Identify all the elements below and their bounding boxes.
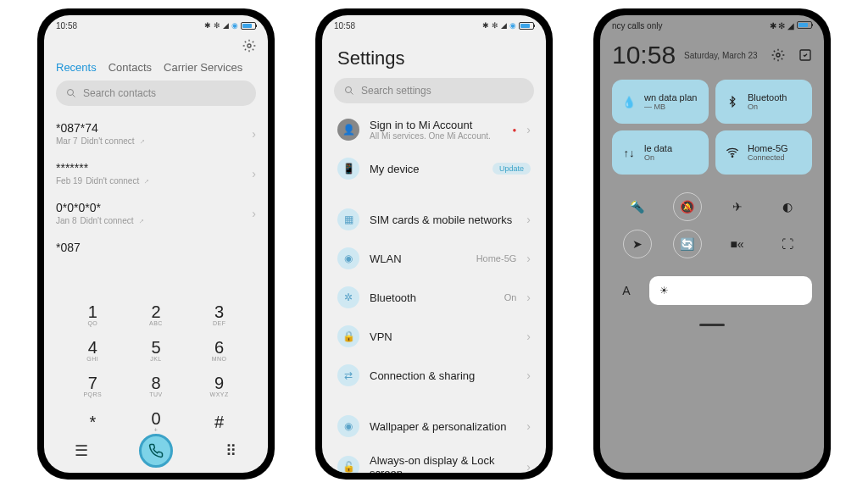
toggle-mute[interactable]: 🔕 [662, 188, 712, 225]
dnd-icon: ✻ [778, 21, 785, 30]
tile-data-plan[interactable]: 💧 wn data plan— MB [612, 80, 709, 124]
signal-icon: ◢ [501, 21, 507, 30]
bluetooth-icon: ✱ [204, 21, 211, 30]
battery-icon [241, 22, 256, 30]
call-number: ******* [56, 161, 252, 175]
font-icon[interactable]: A [612, 284, 641, 297]
status-bar: 10:58 ✱ ✻ ◢ ◉ [44, 15, 268, 34]
bottom-bar: ☰ ⠿ [44, 434, 268, 468]
outgoing-icon: → [141, 175, 152, 186]
settings-wallpaper[interactable]: ◉ Wallpaper & personalization › [334, 407, 534, 446]
tile-mobile-data[interactable]: ↑↓ le dataOn [612, 130, 709, 175]
status-bar: 10:58 ✱ ✻ ◢ ◉ [322, 15, 546, 34]
key-2[interactable]: 2ABC [125, 297, 188, 332]
tile-bluetooth[interactable]: BluetoothOn [715, 80, 812, 124]
settings-bluetooth[interactable]: ✲ Bluetooth On › [334, 278, 534, 317]
cc-date: Saturday, March 23 [684, 51, 763, 60]
toggle-rotate[interactable]: 🔄 [662, 225, 712, 263]
drop-icon: 💧 [620, 93, 637, 110]
battery-icon [519, 22, 534, 30]
drag-handle[interactable] [699, 324, 725, 326]
search-contacts[interactable]: Search contacts [56, 80, 256, 106]
tab-recents[interactable]: Recents [56, 61, 97, 74]
signal-icon: ◢ [223, 21, 229, 30]
chevron-right-icon: › [526, 252, 531, 265]
key-3[interactable]: 3DEF [187, 297, 251, 332]
settings-list: 👤 Sign in to Mi Account All Mi services.… [322, 110, 546, 473]
chevron-right-icon[interactable]: › [252, 127, 256, 141]
outgoing-icon: → [135, 215, 146, 226]
svg-point-5 [776, 53, 780, 57]
search-icon [66, 88, 76, 98]
settings-connection[interactable]: ⇄ Connection & sharing › [334, 356, 534, 395]
call-number: *087*74 [56, 121, 252, 135]
key-8[interactable]: 8TUV [125, 368, 188, 403]
settings-wlan[interactable]: ◉ WLAN Home-5G › [334, 239, 534, 278]
call-item[interactable]: *087 [56, 232, 256, 261]
tab-contacts[interactable]: Contacts [108, 61, 152, 74]
settings-aod[interactable]: 🔓 Always-on display & Lock screen › [334, 446, 534, 473]
toggle-location[interactable]: ➤ [612, 225, 662, 263]
battery-icon [797, 21, 812, 29]
bluetooth-icon [724, 93, 741, 110]
settings-account[interactable]: 👤 Sign in to Mi Account All Mi services.… [334, 110, 534, 149]
status-time: 10:58 [334, 21, 355, 30]
status-bar: ncy calls only ✱ ✻ ◢ [600, 15, 824, 34]
cc-tiles: 💧 wn data plan— MB BluetoothOn ↑↓ le dat… [600, 80, 824, 175]
dnd-icon: ✻ [214, 21, 220, 30]
call-item[interactable]: *087*74 Mar 7 Didn't connect → › [56, 113, 256, 152]
cc-time: 10:58 [612, 41, 676, 69]
call-item[interactable]: 0*0*0*0* Jan 8 Didn't connect → › [56, 192, 256, 232]
carrier-label: ncy calls only [612, 21, 662, 30]
share-icon: ⇄ [337, 364, 359, 386]
update-badge: Update [492, 163, 531, 175]
brightness-slider[interactable]: ☀ [649, 276, 812, 305]
phone-icon: 📱 [337, 158, 359, 180]
status-icons: ✱ ✻ ◢ [770, 21, 812, 30]
settings-vpn[interactable]: 🔒 VPN › [334, 317, 534, 356]
key-5[interactable]: 5JKL [125, 332, 188, 368]
phone-control-center: ncy calls only ✱ ✻ ◢ 10:58 Saturday, Mar… [593, 8, 831, 480]
chevron-right-icon[interactable]: › [252, 167, 256, 180]
settings-device[interactable]: 📱 My device Update [334, 149, 534, 188]
tab-carrier[interactable]: Carrier Services [164, 61, 242, 74]
toggle-dark[interactable]: ◐ [762, 188, 812, 225]
key-6[interactable]: 6MNO [187, 332, 251, 368]
tile-wifi[interactable]: Home-5GConnected [715, 130, 812, 175]
edit-icon[interactable] [798, 48, 812, 62]
toggle-flashlight[interactable]: 🔦 [612, 188, 662, 225]
outgoing-icon: → [136, 136, 147, 147]
cc-header: 10:58 Saturday, March 23 [600, 34, 824, 80]
bluetooth-icon: ✱ [482, 21, 489, 30]
toggle-scan[interactable]: ⛶ [762, 225, 812, 263]
call-item[interactable]: ******* Feb 19 Didn't connect → › [56, 152, 256, 192]
wifi-icon: ◉ [231, 21, 238, 30]
phone-settings: 10:58 ✱ ✻ ◢ ◉ Settings Search settings 👤… [315, 8, 553, 480]
bluetooth-icon: ✱ [770, 21, 776, 30]
status-icons: ✱ ✻ ◢ ◉ [482, 21, 534, 30]
search-settings[interactable]: Search settings [334, 78, 534, 103]
lock-icon: 🔓 [337, 456, 359, 473]
chevron-right-icon: › [526, 460, 531, 473]
menu-icon[interactable]: ☰ [64, 441, 98, 460]
settings-sim[interactable]: ▦ SIM cards & mobile networks › [334, 200, 534, 239]
topbar [44, 34, 268, 58]
apps-icon[interactable]: ⠿ [214, 441, 248, 460]
toggle-video[interactable]: ■« [712, 225, 762, 263]
settings-icon[interactable] [242, 39, 256, 53]
key-7[interactable]: 7PQRS [61, 368, 125, 403]
key-4[interactable]: 4GHI [61, 332, 125, 368]
key-1[interactable]: 1QO [61, 297, 125, 332]
search-placeholder: Search contacts [83, 87, 156, 99]
user-icon: 👤 [337, 119, 359, 141]
svg-point-3 [346, 87, 352, 93]
chevron-right-icon[interactable]: › [252, 207, 256, 220]
wifi-icon: ◉ [509, 21, 516, 30]
chevron-right-icon: › [526, 123, 531, 136]
chevron-right-icon: › [526, 369, 531, 382]
toggle-airplane[interactable]: ✈ [712, 188, 762, 225]
call-button[interactable] [139, 434, 173, 468]
key-9[interactable]: 9WXYZ [187, 368, 251, 403]
settings-icon[interactable] [771, 48, 785, 62]
cc-screen: ncy calls only ✱ ✻ ◢ 10:58 Saturday, Mar… [600, 15, 824, 473]
